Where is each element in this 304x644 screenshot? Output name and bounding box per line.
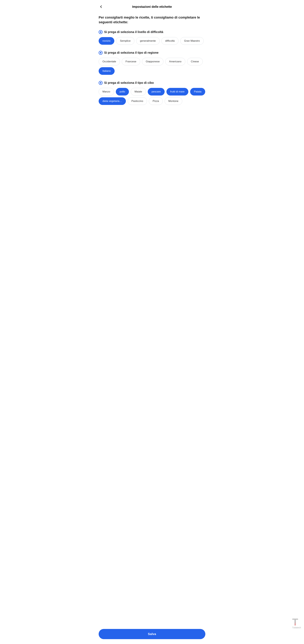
- chip-americano[interactable]: Americano: [165, 58, 185, 66]
- difficulty-label-row: Si prega di seleziona il livello di diff…: [99, 30, 205, 34]
- chip-montone[interactable]: Montone: [165, 97, 182, 105]
- chip-generalmente[interactable]: generalmente: [136, 37, 160, 45]
- chip-francese[interactable]: Francese: [122, 58, 140, 66]
- save-button-container: Salva: [95, 626, 209, 644]
- chip-pizza[interactable]: Pizza: [149, 97, 163, 105]
- region-chips: Occidentale Francese Giapponese American…: [99, 58, 205, 75]
- back-button[interactable]: [98, 4, 104, 10]
- back-arrow-icon: [99, 5, 103, 8]
- difficulty-label-text: Si prega di seleziona il livello di diff…: [104, 30, 163, 34]
- difficulty-chips: novizio Semplice generalmente difficoltà…: [99, 37, 205, 45]
- food-label-row: Si prega di seleziona il tipo di cibo: [99, 81, 205, 85]
- chip-difficolta[interactable]: difficoltà: [161, 37, 178, 45]
- chip-occidentale[interactable]: Occidentale: [99, 58, 120, 66]
- chip-pollo[interactable]: pollo: [116, 88, 129, 96]
- chip-cinese[interactable]: Cinese: [187, 58, 203, 66]
- chip-semplice[interactable]: Semplice: [116, 37, 134, 45]
- chip-giapponese[interactable]: Giapponese: [142, 58, 164, 66]
- chip-pescare[interactable]: pescare: [148, 88, 164, 96]
- page-title: Impostazioni delle etichette: [132, 5, 172, 8]
- main-content: Per consigliarti meglio le ricette, ti c…: [95, 12, 209, 129]
- chip-manzo[interactable]: Manzo: [99, 88, 114, 96]
- radio-inner-2: [100, 52, 101, 54]
- food-label-text: Si prega di seleziona il tipo di cibo: [104, 81, 154, 84]
- chip-dieta-vegetariana[interactable]: dieta vegetaria…: [99, 97, 126, 105]
- radio-inner: [100, 31, 101, 33]
- food-section: Si prega di seleziona il tipo di cibo Ma…: [99, 81, 205, 105]
- chip-italiano[interactable]: Italiano: [99, 67, 115, 75]
- chip-maiale[interactable]: Maiale: [131, 88, 146, 96]
- chip-patata[interactable]: Patata: [190, 88, 205, 96]
- chip-pasticcino[interactable]: Pasticcino: [128, 97, 147, 105]
- difficulty-radio[interactable]: [99, 30, 103, 34]
- food-chips: Manzo pollo Maiale pescare frutti di mar…: [99, 88, 205, 105]
- chip-frutti-di-mare[interactable]: frutti di mare: [166, 88, 188, 96]
- difficulty-section: Si prega di seleziona il livello di diff…: [99, 30, 205, 45]
- food-radio[interactable]: [99, 81, 103, 85]
- chip-novizio[interactable]: novizio: [99, 37, 114, 45]
- region-radio[interactable]: [99, 51, 103, 55]
- header: Impostazioni delle etichette: [95, 0, 209, 12]
- region-label-text: Si prega di seleziona il tipo di regione: [104, 51, 159, 54]
- radio-inner-3: [100, 82, 101, 84]
- chip-gran-maestro[interactable]: Gran Maestro: [180, 37, 204, 45]
- region-label-row: Si prega di seleziona il tipo di regione: [99, 51, 205, 55]
- region-section: Si prega di seleziona il tipo di regione…: [99, 51, 205, 75]
- save-button[interactable]: Salva: [99, 629, 205, 639]
- intro-text: Per consigliarti meglio le ricette, ti c…: [99, 15, 205, 25]
